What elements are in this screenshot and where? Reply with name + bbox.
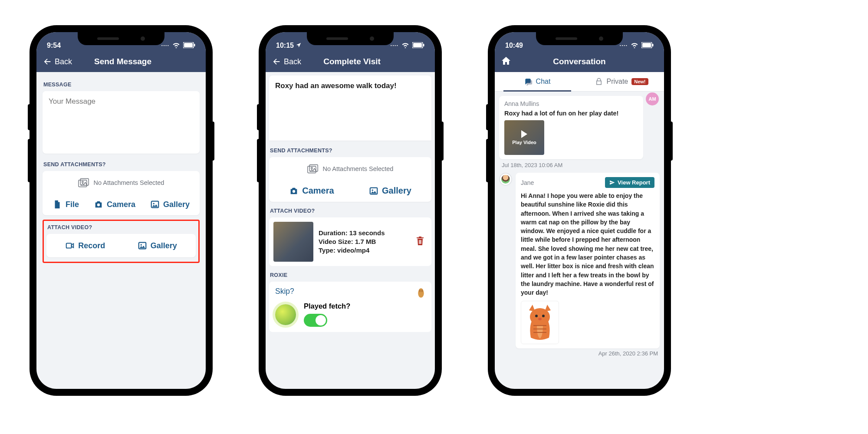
svg-point-6	[97, 204, 100, 206]
wifi-icon	[630, 41, 639, 49]
phone-complete-visit: 10:15 ···· Back Complete Visit Roxy had …	[260, 26, 441, 395]
svg-rect-9	[66, 243, 72, 248]
avatar-am[interactable]: AM	[646, 92, 659, 105]
tab-private[interactable]: Private New!	[579, 72, 664, 91]
record-button[interactable]: Record	[65, 241, 105, 250]
no-attachments-text: No Attachments Selected	[94, 179, 164, 186]
svg-rect-24	[642, 43, 651, 47]
video-duration: Duration: 13 seconds	[319, 229, 408, 237]
send-icon	[609, 180, 615, 185]
message-sender: Anna Mullins	[504, 100, 638, 107]
svg-point-17	[311, 168, 312, 169]
page-title: Conversation	[511, 57, 648, 66]
no-attachments-text: No Attachments Selected	[323, 165, 394, 172]
view-report-button[interactable]: View Report	[605, 177, 654, 188]
cat-icon	[525, 304, 555, 341]
svg-point-27	[535, 315, 538, 317]
page-title: Complete Visit	[275, 57, 429, 66]
delete-video-button[interactable]	[413, 233, 427, 250]
status-icons: ····	[391, 41, 424, 49]
navbar: Back Send Message	[36, 51, 206, 72]
video-icon	[65, 241, 75, 250]
camera-icon	[289, 186, 299, 196]
page-title: Send Message	[46, 57, 200, 66]
pet-checklist-card: Skip? Played fetch?	[269, 282, 431, 332]
home-button[interactable]	[501, 56, 511, 68]
message-input[interactable]	[43, 91, 200, 152]
chat-icon	[524, 77, 533, 86]
camera-icon	[94, 200, 103, 209]
section-video-label: ATTACH VIDEO?	[270, 208, 431, 214]
gallery-button[interactable]: Gallery	[150, 200, 190, 209]
tabs: Chat Private New!	[495, 72, 664, 92]
svg-rect-25	[652, 44, 654, 46]
gallery-icon	[369, 186, 378, 196]
trash-icon	[415, 235, 425, 247]
gallery-icon	[150, 200, 160, 209]
status-time: 10:49	[505, 42, 523, 49]
tennis-ball-icon	[275, 304, 296, 325]
section-video-label: ATTACH VIDEO?	[47, 224, 196, 230]
phone-send-message: 9:54 ···· Back Send Message MESSAGE SEND…	[30, 26, 212, 395]
video-gallery-button[interactable]: Gallery	[138, 241, 177, 250]
dog-icon	[417, 287, 425, 299]
tab-chat[interactable]: Chat	[495, 72, 579, 91]
images-icon	[307, 164, 319, 174]
gallery-icon	[138, 241, 147, 250]
message-bubble-2: Jane View Report Hi Anna! I hope you wer…	[516, 173, 660, 349]
no-attachments-row: No Attachments Selected	[269, 157, 431, 181]
svg-point-22	[421, 289, 423, 293]
camera-button[interactable]: Camera	[289, 186, 334, 196]
visit-message-text[interactable]: Roxy had an awesome walk today!	[269, 76, 431, 141]
video-thumbnail[interactable]	[273, 222, 313, 262]
no-attachments-row: No Attachments Selected	[43, 171, 200, 194]
svg-point-28	[542, 315, 545, 317]
navbar: Conversation	[495, 51, 664, 72]
message-body: Hi Anna! I hope you were able to enjoy t…	[521, 191, 654, 297]
message-body: Roxy had a lot of fun on her play date!	[504, 110, 638, 117]
svg-point-21	[419, 289, 421, 293]
navbar: Back Complete Visit	[266, 51, 435, 72]
message-bubble-1: Anna Mullins Roxy had a lot of fun on he…	[499, 96, 643, 159]
battery-icon	[641, 42, 654, 48]
phone-conversation: 10:49 ···· Conversation Chat Private New…	[489, 26, 670, 395]
message-timestamp: Apr 26th, 2020 2:36 PM	[499, 350, 660, 357]
wifi-icon	[172, 41, 181, 49]
svg-point-11	[140, 244, 141, 246]
svg-rect-2	[194, 44, 195, 46]
message-timestamp: Jul 18th, 2023 10:06 AM	[502, 162, 660, 168]
battery-icon	[412, 42, 424, 48]
svg-point-20	[372, 189, 373, 191]
svg-point-8	[153, 203, 155, 204]
svg-rect-14	[423, 44, 424, 46]
status-icons: ····	[620, 41, 654, 49]
message-sender: Jane	[521, 179, 534, 186]
svg-point-29	[538, 318, 542, 320]
played-fetch-toggle[interactable]	[304, 314, 327, 327]
section-attachments-label: SEND ATTACHMENTS?	[43, 161, 200, 168]
file-icon	[53, 200, 62, 209]
pet-name-label: ROXIE	[270, 272, 431, 278]
status-time: 9:54	[47, 42, 61, 49]
file-button[interactable]: File	[53, 200, 79, 209]
highlight-box: ATTACH VIDEO? Record Gallery	[43, 220, 200, 263]
battery-icon	[183, 42, 195, 48]
gallery-button[interactable]: Gallery	[369, 186, 411, 196]
svg-point-18	[293, 190, 295, 192]
video-size: Video Size: 1.7 MB	[319, 237, 408, 246]
wifi-icon	[401, 41, 410, 49]
svg-point-5	[82, 181, 83, 183]
svg-rect-13	[413, 43, 422, 47]
play-video-button[interactable]: Play Video	[504, 120, 544, 155]
video-type: Type: video/mp4	[319, 246, 408, 255]
location-icon	[296, 42, 302, 48]
section-message-label: MESSAGE	[43, 82, 200, 88]
camera-button[interactable]: Camera	[94, 200, 135, 209]
play-icon	[521, 130, 527, 138]
skip-question[interactable]: Skip?	[275, 287, 294, 296]
svg-rect-1	[184, 43, 193, 47]
section-attachments-label: SEND ATTACHMENTS?	[270, 148, 431, 154]
avatar-jane[interactable]	[499, 173, 512, 186]
message-image[interactable]	[521, 301, 559, 344]
played-fetch-label: Played fetch?	[304, 302, 425, 310]
